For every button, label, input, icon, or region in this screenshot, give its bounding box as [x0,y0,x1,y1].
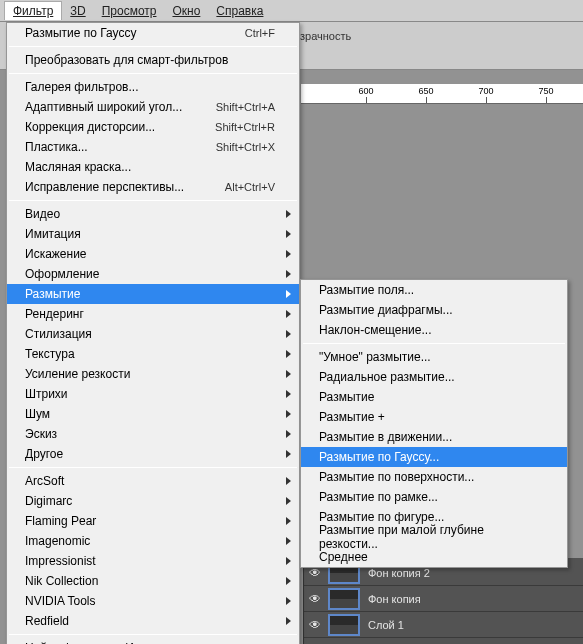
blur-submenu-item[interactable]: Размытие в движении... [301,427,567,447]
filter-menu-item[interactable]: Коррекция дисторсии...Shift+Ctrl+R [7,117,299,137]
filter-menu-item[interactable]: Преобразовать для смарт-фильтров [7,50,299,70]
menu-item-label: Наклон-смещение... [319,323,543,337]
submenu-arrow-icon [286,270,291,278]
menu-separator [9,634,297,635]
submenu-arrow-icon [286,450,291,458]
layer-thumbnail[interactable] [328,614,360,636]
menu-item-label: Эскиз [25,427,275,441]
layers-panel: 👁 Фон копия 2 👁 Фон копия 👁 Слой 1 [303,558,583,644]
menu-item-label: Размытие по Гауссу... [319,450,543,464]
menu-item-shortcut: Ctrl+F [245,27,275,39]
filter-menu-item[interactable]: Impressionist [7,551,299,571]
filter-menu-item[interactable]: Искажение [7,244,299,264]
blur-submenu: Размытие поля...Размытие диафрагмы...Нак… [300,279,568,568]
blur-submenu-item[interactable]: "Умное" размытие... [301,347,567,367]
menu-item-label: Flaming Pear [25,514,275,528]
menu-item-label: Размытие диафрагмы... [319,303,543,317]
menu-item-label: Размытие по Гауссу [25,26,245,40]
layer-name[interactable]: Фон копия 2 [366,567,583,579]
visibility-icon[interactable]: 👁 [304,618,326,632]
blur-submenu-item[interactable]: Среднее [301,547,567,567]
submenu-arrow-icon [286,250,291,258]
menu-item-label: Коррекция дисторсии... [25,120,215,134]
menu-item-label: Имитация [25,227,275,241]
filter-menu-item[interactable]: Видео [7,204,299,224]
submenu-arrow-icon [286,350,291,358]
menu-item-label: Штрихи [25,387,275,401]
ruler-mark: 800 [561,86,583,103]
layer-row[interactable]: 👁 Слой 1 [304,612,583,638]
menu-item-label: Размытие поля... [319,283,543,297]
filter-menu-item[interactable]: Галерея фильтров... [7,77,299,97]
menu-separator [9,467,297,468]
blur-submenu-item[interactable]: Размытие диафрагмы... [301,300,567,320]
menubar-item-view[interactable]: Просмотр [94,2,165,20]
submenu-arrow-icon [286,430,291,438]
filter-menu-item[interactable]: Оформление [7,264,299,284]
menubar-item-3d[interactable]: 3D [62,2,93,20]
filter-menu-item[interactable]: Redfield [7,611,299,631]
filter-menu-item[interactable]: Шум [7,404,299,424]
filter-menu-item[interactable]: Имитация [7,224,299,244]
layer-name[interactable]: Слой 1 [366,619,583,631]
menu-item-label: Пластика... [25,140,216,154]
filter-menu-item[interactable]: Imagenomic [7,531,299,551]
visibility-icon[interactable]: 👁 [304,592,326,606]
blur-submenu-item[interactable]: Размытие [301,387,567,407]
blur-submenu-item[interactable]: Размытие по поверхности... [301,467,567,487]
filter-menu-item[interactable]: Эскиз [7,424,299,444]
filter-menu-item[interactable]: Digimarc [7,491,299,511]
menu-item-label: "Умное" размытие... [319,350,543,364]
menu-item-shortcut: Shift+Ctrl+A [216,101,275,113]
menu-item-label: Размытие по рамке... [319,490,543,504]
filter-menu-item[interactable]: Размытие по ГауссуCtrl+F [7,23,299,43]
filter-menu-item[interactable]: Усиление резкости [7,364,299,384]
submenu-arrow-icon [286,310,291,318]
menubar: Фильтр 3D Просмотр Окно Справка [0,0,583,22]
blur-submenu-item[interactable]: Размытие по рамке... [301,487,567,507]
menu-item-label: Шум [25,407,275,421]
filter-menu-item[interactable]: Стилизация [7,324,299,344]
blur-submenu-item[interactable]: Размытие + [301,407,567,427]
menubar-item-window[interactable]: Окно [164,2,208,20]
layer-row[interactable]: 👁 Фон копия [304,586,583,612]
filter-menu-item[interactable]: Другое [7,444,299,464]
menubar-item-help[interactable]: Справка [208,2,271,20]
filter-menu-item[interactable]: Текстура [7,344,299,364]
blur-submenu-item[interactable]: Наклон-смещение... [301,320,567,340]
menu-item-label: ArcSoft [25,474,275,488]
filter-menu-item[interactable]: Пластика...Shift+Ctrl+X [7,137,299,157]
filter-menu-item[interactable]: Nik Collection [7,571,299,591]
filter-menu-item[interactable]: Размытие [7,284,299,304]
menu-item-label: Усиление резкости [25,367,275,381]
submenu-arrow-icon [286,497,291,505]
menu-item-label: Радиальное размытие... [319,370,543,384]
menubar-item-filter[interactable]: Фильтр [4,1,62,20]
menu-item-label: Размытие [25,287,275,301]
menu-item-label: Imagenomic [25,534,275,548]
blur-submenu-item[interactable]: Радиальное размытие... [301,367,567,387]
submenu-arrow-icon [286,477,291,485]
menu-item-label: Галерея фильтров... [25,80,275,94]
menu-item-label: Адаптивный широкий угол... [25,100,216,114]
blur-submenu-item[interactable]: Размытие по Гауссу... [301,447,567,467]
filter-menu-item[interactable]: Масляная краска... [7,157,299,177]
blur-submenu-item[interactable]: Размытие при малой глубине резкости... [301,527,567,547]
filter-menu-item[interactable]: Штрихи [7,384,299,404]
filter-menu-item[interactable]: Адаптивный широкий угол...Shift+Ctrl+A [7,97,299,117]
submenu-arrow-icon [286,210,291,218]
filter-menu-item[interactable]: Исправление перспективы...Alt+Ctrl+V [7,177,299,197]
filter-menu-item[interactable]: Flaming Pear [7,511,299,531]
menu-item-label: Размытие по фигуре... [319,510,543,524]
blur-submenu-item[interactable]: Размытие поля... [301,280,567,300]
layer-name[interactable]: Фон копия [366,593,583,605]
menu-item-label: Размытие по поверхности... [319,470,543,484]
filter-menu-item[interactable]: Рендеринг [7,304,299,324]
filter-menu-item[interactable]: ArcSoft [7,471,299,491]
menu-item-label: Масляная краска... [25,160,275,174]
filter-menu-item[interactable]: NVIDIA Tools [7,591,299,611]
filter-menu-item[interactable]: Найти фильтры в Интернете... [7,638,299,644]
layer-thumbnail[interactable] [328,588,360,610]
submenu-arrow-icon [286,617,291,625]
submenu-arrow-icon [286,577,291,585]
